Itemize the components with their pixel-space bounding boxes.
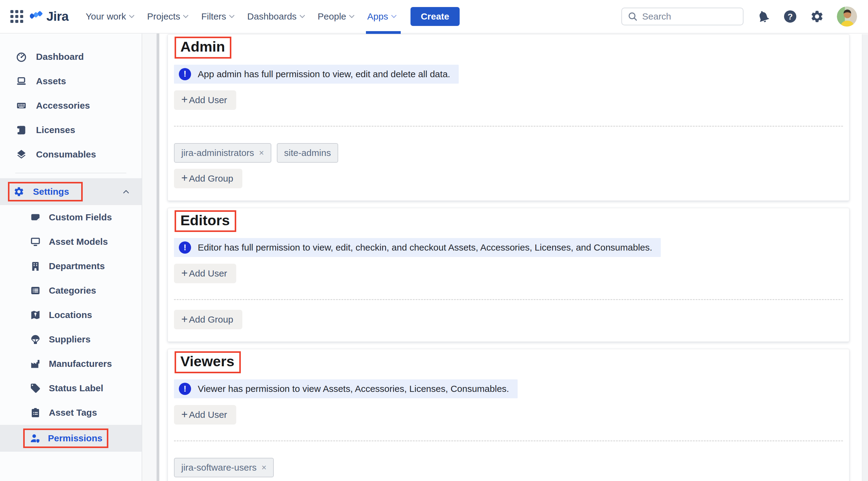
clipboard-icon bbox=[30, 407, 41, 418]
help-icon[interactable]: ? bbox=[783, 9, 797, 24]
sidebar-item-custom-fields[interactable]: Custom Fields bbox=[0, 205, 142, 230]
jira-logo-text: Jira bbox=[46, 9, 69, 24]
group-chip: jira-software-users × bbox=[174, 458, 274, 477]
add-group-button[interactable]: + Add Group bbox=[174, 169, 242, 188]
sidebar-item-categories[interactable]: Categories bbox=[0, 278, 142, 303]
nav-people[interactable]: People bbox=[311, 0, 361, 33]
top-nav-bar: Jira Your work Projects Filters Dashboar… bbox=[0, 0, 868, 34]
sidebar-item-accessories[interactable]: Accessories bbox=[0, 93, 142, 118]
sidebar-item-licenses[interactable]: Licenses bbox=[0, 118, 142, 142]
info-banner: ! App admin has full permission to view,… bbox=[174, 65, 459, 84]
group-chip-list: jira-software-users × bbox=[174, 458, 843, 477]
add-user-button[interactable]: + Add User bbox=[174, 405, 236, 424]
permission-card-viewers: Viewers ! Viewer has permission to view … bbox=[167, 349, 849, 481]
nav-dashboards[interactable]: Dashboards bbox=[241, 0, 311, 33]
sidebar-item-suppliers[interactable]: Suppliers bbox=[0, 327, 142, 352]
sidebar-gutter bbox=[142, 34, 157, 481]
chevron-down-icon bbox=[349, 12, 355, 18]
info-icon: ! bbox=[179, 241, 191, 253]
map-pin-icon bbox=[30, 309, 41, 321]
sidebar-item-departments[interactable]: Departments bbox=[0, 254, 142, 278]
dashboard-gauge-icon bbox=[16, 51, 27, 62]
building-icon bbox=[30, 261, 41, 272]
create-button[interactable]: Create bbox=[410, 7, 460, 26]
sidebar-item-settings[interactable]: Settings bbox=[0, 178, 142, 205]
remove-group-icon[interactable]: × bbox=[261, 463, 267, 473]
app-switcher-icon[interactable] bbox=[10, 10, 23, 23]
svg-text:?: ? bbox=[788, 12, 793, 21]
sidebar-item-status-label[interactable]: Status Label bbox=[0, 376, 142, 400]
plus-icon: + bbox=[181, 314, 188, 325]
chevron-down-icon bbox=[300, 12, 305, 18]
laptop-icon bbox=[16, 76, 27, 87]
chevron-down-icon bbox=[229, 12, 235, 18]
parachute-box-icon bbox=[30, 334, 41, 345]
chevron-down-icon bbox=[391, 12, 397, 18]
search-input[interactable] bbox=[642, 11, 734, 22]
user-avatar[interactable] bbox=[837, 6, 857, 27]
plus-icon: + bbox=[181, 268, 188, 279]
page-scrollbar[interactable] bbox=[862, 34, 868, 481]
nav-apps[interactable]: Apps bbox=[361, 0, 402, 33]
jira-logo-icon bbox=[30, 9, 43, 24]
section-title-editors: Editors bbox=[175, 210, 236, 232]
list-icon bbox=[30, 285, 41, 296]
sidebar-item-assets[interactable]: Assets bbox=[0, 69, 142, 93]
sidebar-item-manufacturers[interactable]: Manufacturers bbox=[0, 352, 142, 376]
layers-icon bbox=[16, 149, 27, 160]
chevron-up-icon[interactable] bbox=[123, 190, 129, 196]
nav-your-work[interactable]: Your work bbox=[79, 0, 141, 33]
plus-icon: + bbox=[181, 173, 188, 183]
custom-fields-card-icon bbox=[30, 212, 41, 223]
info-banner: ! Editor has full permission to view, ed… bbox=[174, 238, 661, 257]
nav-projects[interactable]: Projects bbox=[141, 0, 194, 33]
sidebar-item-asset-models[interactable]: Asset Models bbox=[0, 230, 142, 254]
user-shield-icon bbox=[30, 433, 40, 444]
search-icon bbox=[627, 11, 638, 22]
sidebar-item-asset-tags[interactable]: Asset Tags bbox=[0, 400, 142, 425]
license-scroll-icon bbox=[16, 124, 27, 136]
sidebar-item-locations[interactable]: Locations bbox=[0, 303, 142, 327]
sidebar-item-permissions[interactable]: Permissions bbox=[0, 425, 142, 452]
plus-icon: + bbox=[181, 409, 188, 420]
active-tab-underline bbox=[366, 31, 401, 34]
sidebar: Dashboard Assets Accesso bbox=[0, 34, 142, 481]
remove-group-icon[interactable]: × bbox=[259, 148, 264, 158]
search-box[interactable] bbox=[621, 8, 743, 25]
section-divider bbox=[174, 441, 843, 441]
info-banner: ! Viewer has permission to view Assets, … bbox=[174, 379, 518, 398]
group-chip: site-admins bbox=[277, 143, 338, 163]
nav-filters[interactable]: Filters bbox=[194, 0, 241, 33]
add-user-button[interactable]: + Add User bbox=[174, 264, 236, 283]
group-chip-list: jira-administrators × site-admins bbox=[174, 143, 843, 163]
permissions-highlight-box: Permissions bbox=[23, 428, 108, 448]
sidebar-item-consumables[interactable]: Consumables bbox=[0, 142, 142, 167]
info-icon: ! bbox=[179, 68, 191, 80]
sidebar-item-dashboard[interactable]: Dashboard bbox=[0, 44, 142, 69]
panel-resize-handle[interactable] bbox=[157, 34, 159, 481]
keyboard-icon bbox=[16, 100, 27, 111]
info-text: App admin has full permission to view, e… bbox=[198, 69, 450, 79]
monitor-icon bbox=[30, 236, 41, 247]
chevron-down-icon bbox=[129, 12, 134, 18]
permissions-content: Admin ! App admin has full permission to… bbox=[159, 34, 868, 481]
app-window: Jira Your work Projects Filters Dashboar… bbox=[0, 0, 868, 481]
group-chip: jira-administrators × bbox=[174, 143, 271, 163]
info-icon: ! bbox=[179, 383, 191, 395]
plus-icon: + bbox=[181, 94, 188, 105]
settings-gear-icon[interactable] bbox=[810, 9, 824, 24]
permission-card-admin: Admin ! App admin has full permission to… bbox=[167, 34, 849, 201]
section-title-viewers: Viewers bbox=[175, 351, 241, 373]
add-user-button[interactable]: + Add User bbox=[174, 90, 236, 110]
jira-logo[interactable]: Jira bbox=[30, 9, 69, 24]
section-title-admin: Admin bbox=[175, 37, 231, 59]
gear-icon bbox=[13, 186, 24, 197]
factory-icon bbox=[30, 358, 41, 369]
permission-card-editors: Editors ! Editor has full permission to … bbox=[167, 208, 849, 342]
header-right-controls: ? bbox=[621, 6, 862, 27]
info-text: Editor has full permission to view, edit… bbox=[198, 242, 652, 253]
settings-highlight-box: Settings bbox=[8, 182, 83, 202]
add-group-button[interactable]: + Add Group bbox=[174, 310, 242, 329]
notifications-bell-icon[interactable] bbox=[756, 9, 770, 24]
info-text: Viewer has permission to view Assets, Ac… bbox=[198, 384, 509, 394]
